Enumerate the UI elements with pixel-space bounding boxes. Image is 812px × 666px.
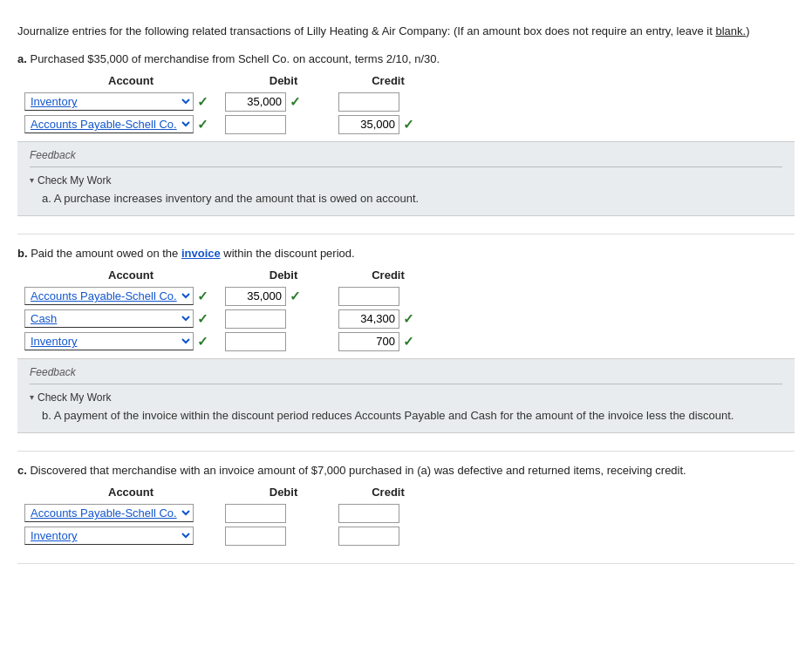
debit-check-b-0: ✓	[290, 289, 301, 304]
credit-check-b-1: ✓	[403, 311, 414, 327]
check-my-work-b[interactable]: ▾ Check My Work	[30, 391, 782, 404]
credit-input-c-1[interactable]	[338, 527, 399, 546]
feedback-label-b: Feedback	[30, 366, 782, 378]
header-debit: Debit	[227, 486, 340, 499]
account-select-c-1[interactable]: InventoryAccounts Payable-Schell Co.Cash…	[24, 527, 194, 545]
account-cell-b-1: CashInventoryAccounts Payable-Schell Co.…	[24, 309, 225, 328]
account-cell-b-2: InventoryCashAccounts Payable-Schell Co.…	[24, 332, 225, 350]
table-row: CashInventoryAccounts Payable-Schell Co.…	[17, 309, 795, 329]
account-check-b-1: ✓	[197, 311, 208, 327]
credit-cell-a-1: ✓	[338, 115, 434, 134]
account-select-a-1[interactable]: Accounts Payable-Schell Co.InventoryCash…	[24, 115, 194, 133]
section-c-label: c. Discovered that merchandise with an i…	[17, 464, 795, 477]
debit-cell-b-1	[225, 309, 338, 329]
feedback-box-b: Feedback▾ Check My Workb. A payment of t…	[17, 358, 795, 433]
debit-cell-a-0: ✓	[225, 92, 338, 112]
account-check-a-1: ✓	[197, 117, 208, 133]
account-cell-b-0: Accounts Payable-Schell Co.InventoryCash…	[24, 287, 225, 305]
triangle-icon: ▾	[30, 392, 34, 402]
credit-cell-b-2: ✓	[338, 332, 434, 351]
account-cell-c-0: Accounts Payable-Schell Co.InventoryCash…	[24, 504, 225, 522]
credit-input-b-1[interactable]	[338, 309, 399, 329]
account-cell-a-0: InventoryAccounts Payable-Schell Co.Cash…	[24, 92, 225, 111]
debit-input-b-0[interactable]	[225, 287, 286, 306]
section-c: c. Discovered that merchandise with an i…	[17, 464, 795, 546]
debit-input-c-1[interactable]	[225, 527, 286, 546]
check-my-work-label: Check My Work	[38, 391, 111, 404]
account-select-a-0[interactable]: InventoryAccounts Payable-Schell Co.Cash…	[24, 92, 194, 111]
account-cell-c-1: InventoryAccounts Payable-Schell Co.Cash…	[24, 527, 225, 545]
account-select-b-1[interactable]: CashInventoryAccounts Payable-Schell Co.…	[24, 309, 194, 328]
account-check-a-0: ✓	[197, 94, 208, 110]
section-b-link[interactable]: invoice	[181, 247, 221, 260]
debit-input-a-0[interactable]	[225, 92, 286, 112]
credit-input-b-2[interactable]	[338, 332, 399, 351]
blank-highlight: blank.	[715, 24, 746, 37]
table-row: Accounts Payable-Schell Co.InventoryCash…	[17, 287, 795, 306]
table-row: InventoryCashAccounts Payable-Schell Co.…	[17, 332, 795, 351]
header-debit: Debit	[227, 268, 340, 282]
credit-cell-c-1	[338, 527, 434, 546]
feedback-text-b: b. A payment of the invoice within the d…	[30, 409, 782, 422]
triangle-icon: ▾	[30, 175, 34, 185]
credit-cell-b-1: ✓	[338, 309, 434, 329]
instructions: Journalize entries for the following rel…	[17, 23, 795, 40]
table-row: Accounts Payable-Schell Co.InventoryCash…	[17, 504, 795, 523]
section-a: a. Purchased $35,000 of merchandise from…	[17, 52, 795, 216]
debit-input-b-2[interactable]	[225, 332, 286, 351]
feedback-label-a: Feedback	[30, 149, 782, 161]
header-account: Account	[35, 268, 227, 282]
credit-input-a-1[interactable]	[338, 115, 399, 134]
header-credit: Credit	[340, 486, 436, 499]
credit-check-a-1: ✓	[403, 117, 414, 133]
debit-cell-c-1	[225, 527, 338, 546]
table-row: InventoryAccounts Payable-Schell Co.Cash…	[17, 527, 795, 546]
header-debit: Debit	[227, 74, 340, 87]
section-b: b. Paid the amount owed on the invoice w…	[17, 247, 795, 433]
feedback-box-a: Feedback▾ Check My Worka. A purchase inc…	[17, 141, 795, 216]
debit-cell-a-1	[225, 115, 338, 134]
account-check-b-0: ✓	[197, 289, 208, 304]
credit-cell-c-0	[338, 504, 434, 523]
credit-cell-a-0	[338, 92, 434, 112]
feedback-text-a: a. A purchase increases inventory and th…	[30, 192, 782, 205]
account-cell-a-1: Accounts Payable-Schell Co.InventoryCash…	[24, 115, 225, 133]
debit-cell-b-2	[225, 332, 338, 351]
debit-input-a-1[interactable]	[225, 115, 286, 134]
credit-input-a-0[interactable]	[338, 92, 399, 112]
account-select-b-0[interactable]: Accounts Payable-Schell Co.InventoryCash…	[24, 287, 194, 305]
check-my-work-a[interactable]: ▾ Check My Work	[30, 174, 782, 187]
section-a-label: a. Purchased $35,000 of merchandise from…	[17, 52, 795, 65]
header-account: Account	[35, 74, 227, 87]
credit-check-b-2: ✓	[403, 334, 414, 350]
credit-cell-b-0	[338, 287, 434, 306]
credit-input-c-0[interactable]	[338, 504, 399, 523]
debit-check-a-0: ✓	[290, 94, 301, 110]
section-b-table-header: AccountDebitCredit	[17, 268, 795, 282]
debit-input-b-1[interactable]	[225, 309, 286, 329]
debit-input-c-0[interactable]	[225, 504, 286, 523]
header-credit: Credit	[340, 74, 436, 87]
account-check-b-2: ✓	[197, 334, 208, 350]
section-c-table-header: AccountDebitCredit	[17, 486, 795, 499]
header-account: Account	[35, 486, 227, 499]
debit-cell-b-0: ✓	[225, 287, 338, 306]
account-select-b-2[interactable]: InventoryCashAccounts Payable-Schell Co.…	[24, 332, 194, 350]
section-b-label: b. Paid the amount owed on the invoice w…	[17, 247, 795, 260]
credit-input-b-0[interactable]	[338, 287, 399, 306]
check-my-work-label: Check My Work	[38, 174, 111, 187]
debit-cell-c-0	[225, 504, 338, 523]
header-credit: Credit	[340, 268, 436, 282]
account-select-c-0[interactable]: Accounts Payable-Schell Co.InventoryCash…	[24, 504, 194, 522]
table-row: InventoryAccounts Payable-Schell Co.Cash…	[17, 92, 795, 112]
table-row: Accounts Payable-Schell Co.InventoryCash…	[17, 115, 795, 134]
section-a-table-header: AccountDebitCredit	[17, 74, 795, 87]
